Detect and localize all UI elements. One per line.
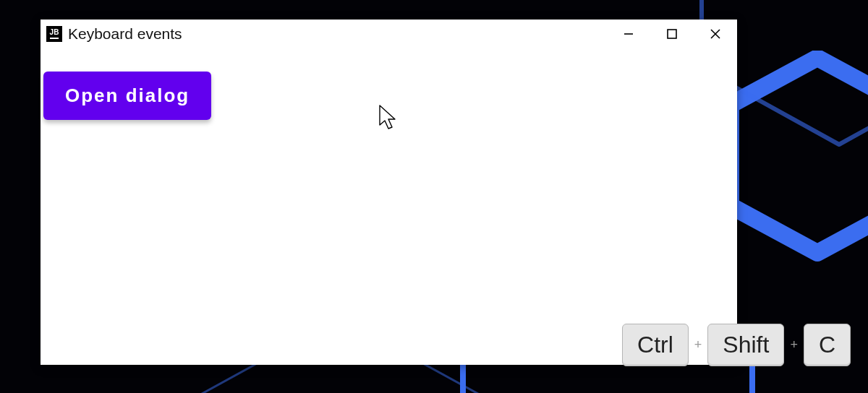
titlebar[interactable]: JB Keyboard events [41,20,737,48]
key-separator-2: + [788,337,799,353]
window-title: Keyboard events [68,25,182,43]
key-ctrl: Ctrl [622,324,689,366]
key-shift: Shift [707,324,784,366]
svg-rect-5 [668,30,676,38]
open-dialog-button[interactable]: Open dialog [43,72,211,120]
key-c: C [804,324,851,366]
app-icon: JB [46,26,62,42]
close-icon [709,27,722,40]
minimize-icon [622,27,635,40]
maximize-button[interactable] [650,20,694,48]
app-window: JB Keyboard events Open dialog [41,20,737,365]
svg-marker-0 [731,58,868,253]
key-overlay: Ctrl + Shift + C [622,324,851,366]
key-separator-1: + [693,337,704,353]
maximize-icon [665,27,678,40]
app-icon-text: JB [50,29,59,36]
minimize-button[interactable] [607,20,650,48]
app-icon-bar [50,38,59,39]
window-client-area: Open dialog [41,48,737,365]
close-button[interactable] [694,20,737,48]
background-hex-1 [723,51,868,267]
